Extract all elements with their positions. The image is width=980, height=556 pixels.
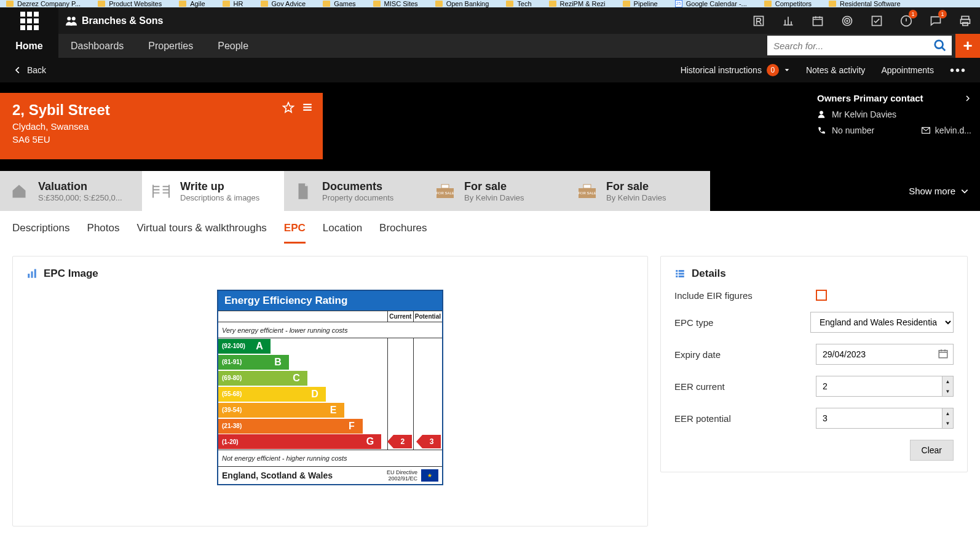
bookmark-item[interactable]: Product Websites [98,0,162,7]
include-eir-checkbox[interactable] [816,290,827,301]
app-grid-button[interactable] [0,7,58,34]
writeup-tab[interactable]: Virtual tours & walkthroughs [136,222,266,244]
bookmark-item[interactable]: MISC Sites [373,0,418,7]
notes-activity-link[interactable]: Notes & activity [806,65,865,75]
print-icon[interactable] [950,7,980,34]
nav-people[interactable]: People [205,34,261,58]
chip-title: Write up [180,180,259,193]
browser-bookmarks-bar: Dezrez Company P...Product WebsitesAgile… [0,0,980,7]
calendar-picker-icon[interactable] [938,348,949,359]
epc-band-row: (39-54)E [218,402,442,418]
chip-icon [293,181,314,202]
owner-email[interactable]: kelvin.d... [935,125,971,135]
writeup-tabs: DescriptionsPhotosVirtual tours & walkth… [0,211,980,244]
section-chip[interactable]: DocumentsProperty documents [284,171,426,211]
epc-details-card: Details Include EIR figures EPC type Eng… [660,256,968,472]
bookmark-item[interactable]: Competitors [764,0,812,7]
svg-point-0 [67,17,71,20]
chip-title: Documents [322,180,393,193]
chat-icon[interactable]: 1 [921,7,950,34]
writeup-tab[interactable]: Photos [87,222,120,244]
folder-icon [223,1,230,7]
bookmark-item[interactable]: Pipeline [623,0,658,7]
folder-icon [549,1,556,7]
bookmark-item[interactable]: Dezrez Company P... [6,0,81,7]
r-logo-icon[interactable] [744,7,773,34]
eer-potential-up[interactable]: ▲ [942,408,953,418]
property-card: 2, Sybil Street Clydach, Swansea SA6 5EU [0,93,323,159]
bookmark-label: Pipeline [634,0,658,7]
epc-band-row: (55-68)D [218,386,442,402]
people-icon [66,16,77,26]
folder-icon [435,1,443,7]
historical-instructions[interactable]: Historical instructions 0 [681,64,790,76]
chart-icon[interactable] [773,7,803,34]
eer-potential-down[interactable]: ▼ [942,418,953,428]
epc-type-select[interactable]: England and Wales Residentia [810,312,954,333]
search-box[interactable] [767,36,952,55]
folder-icon [98,1,105,7]
nav-properties[interactable]: Properties [136,34,205,58]
svg-rect-32 [679,276,684,277]
bookmark-label: ReziPM & Rezi [560,0,606,7]
bar-chart-icon [26,268,38,279]
show-more-button[interactable]: Show more [898,171,980,211]
back-button[interactable]: Back [14,65,46,75]
bookmark-item[interactable]: Residental Software [829,0,900,7]
chip-title: For sale [606,180,666,193]
bookmark-item[interactable]: Tech [506,0,531,7]
list-icon[interactable] [302,101,313,113]
chat-badge: 1 [938,10,947,18]
chevron-right-icon[interactable] [964,95,971,102]
branch-name[interactable]: Branches & Sons [66,15,163,26]
nav-home[interactable]: Home [0,34,58,58]
svg-point-1 [72,17,76,20]
section-chip[interactable]: Write upDescriptions & images [142,171,284,211]
more-menu-icon[interactable]: ••• [950,63,966,77]
svg-rect-13 [303,104,312,105]
checklist-icon[interactable] [862,7,891,34]
nav-dashboards[interactable]: Dashboards [58,34,136,58]
bookmark-item[interactable]: 25Google Calendar -... [675,0,747,7]
epc-potential-marker: 3 [422,435,441,448]
writeup-tab[interactable]: Location [323,222,362,244]
epc-bottom-note: Not energy efficient - higher running co… [218,450,442,466]
folder-icon [179,1,186,7]
svg-rect-22 [583,185,591,188]
owner-name[interactable]: Mr Kelvin Davies [832,109,896,119]
search-input[interactable] [772,40,933,52]
writeup-tab[interactable]: Descriptions [12,222,70,244]
eer-potential-input[interactable] [816,408,942,429]
writeup-tab[interactable]: Brochures [379,222,427,244]
add-button[interactable]: + [955,34,980,58]
appointments-link[interactable]: Appointments [881,65,934,75]
clear-button[interactable]: Clear [910,440,954,461]
alert-icon[interactable]: 1 [891,7,921,34]
expiry-date-input[interactable] [816,344,954,365]
folder-icon [373,1,381,7]
section-chip[interactable]: ValuationS:£350,000; S:£250,0... [0,171,142,211]
epc-footer-region: England, Scotland & Wales [222,471,333,480]
star-icon[interactable] [282,101,294,114]
svg-rect-30 [679,273,684,275]
bookmark-item[interactable]: Agile [179,0,205,7]
bookmark-label: Open Banking [446,0,489,7]
section-chip[interactable]: FOR SALEFor saleBy Kelvin Davies [568,171,710,211]
eer-current-up[interactable]: ▲ [942,376,953,386]
target-icon[interactable] [832,7,862,34]
svg-rect-25 [31,271,33,278]
bookmark-item[interactable]: Open Banking [435,0,489,7]
search-icon[interactable] [933,39,947,52]
bookmark-item[interactable]: Games [323,0,355,7]
section-chip[interactable]: FOR SALEFor saleBy Kelvin Davies [426,171,568,211]
writeup-tab[interactable]: EPC [284,222,306,244]
folder-icon [829,1,836,7]
bookmark-item[interactable]: ReziPM & Rezi [549,0,606,7]
bookmark-item[interactable]: Gov Advice [261,0,306,7]
eer-current-input[interactable] [816,376,942,397]
gcal-icon: 25 [675,0,682,7]
bookmark-item[interactable]: HR [223,0,243,7]
eer-current-down[interactable]: ▼ [942,386,953,396]
calendar-icon[interactable] [803,7,832,34]
epc-current-marker: 2 [393,435,412,448]
